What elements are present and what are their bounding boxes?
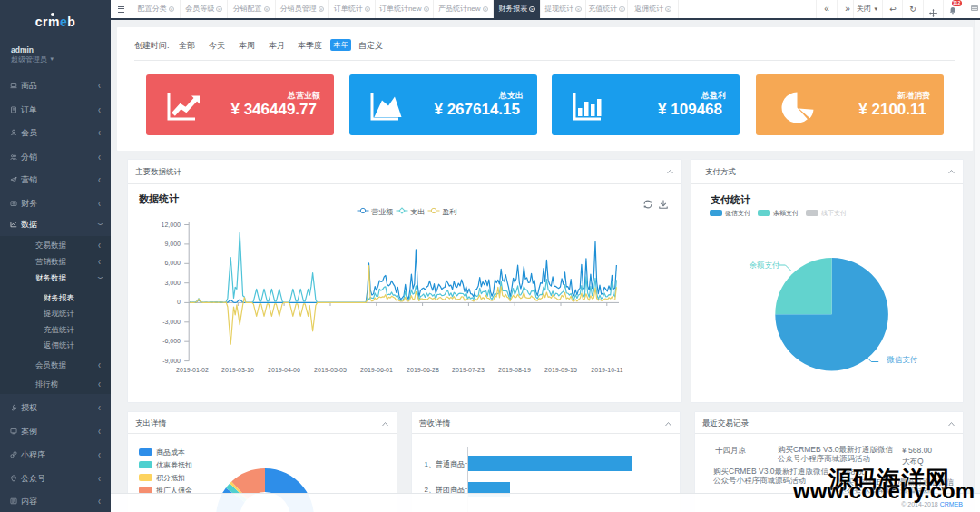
svg-text:余额支付: 余额支付 [750,261,781,270]
svg-text:微信支付: 微信支付 [887,355,918,364]
